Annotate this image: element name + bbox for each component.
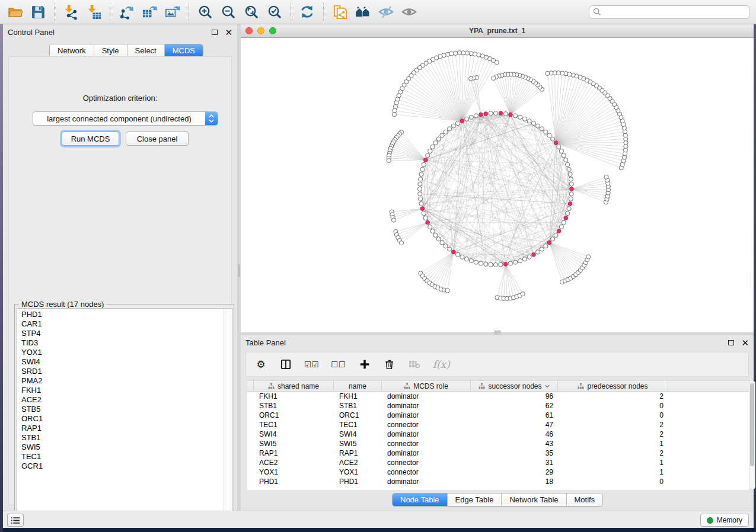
network-node[interactable] <box>444 130 448 134</box>
table-row[interactable]: SWI4SWI4dominator462 <box>247 430 749 439</box>
network-node[interactable] <box>461 51 465 55</box>
mcds-node[interactable] <box>420 207 425 211</box>
network-node[interactable] <box>503 111 508 116</box>
network-node[interactable] <box>392 113 396 117</box>
network-node[interactable] <box>569 177 573 181</box>
table-row[interactable]: ORC1ORC1dominator610 <box>247 411 749 420</box>
mcds-result-item[interactable]: RAP1 <box>17 424 223 433</box>
network-node[interactable] <box>430 145 435 149</box>
network-node[interactable] <box>604 175 608 179</box>
network-node[interactable] <box>492 76 496 80</box>
mcds-node[interactable] <box>479 113 483 117</box>
mcds-node[interactable] <box>503 262 508 267</box>
mcds-result-item[interactable]: STB5 <box>17 405 223 414</box>
mcds-result-item[interactable]: FKH1 <box>17 386 223 395</box>
mcds-result-item[interactable]: PHD1 <box>17 310 223 319</box>
function-builder-icon[interactable]: f(x) <box>433 357 450 371</box>
network-node[interactable] <box>457 51 461 55</box>
table-row[interactable]: YOX1YOX1connector291 <box>247 467 749 477</box>
tab-node-table[interactable]: Node Table <box>393 493 448 506</box>
memory-button[interactable]: Memory <box>700 514 749 527</box>
column-header-name[interactable]: name <box>334 381 382 391</box>
run-mcds-button[interactable]: Run MCDS <box>62 132 119 146</box>
network-node[interactable] <box>422 162 426 166</box>
network-node[interactable] <box>464 257 468 261</box>
zoom-out-icon[interactable] <box>219 3 237 21</box>
network-node[interactable] <box>521 292 525 296</box>
select-all-columns-icon[interactable]: ☑☑ <box>304 357 319 371</box>
network-node[interactable] <box>567 207 571 211</box>
optimization-criterion-select[interactable]: largest connected component (undirected) <box>33 111 218 126</box>
network-node[interactable] <box>393 105 397 109</box>
delete-columns-icon[interactable] <box>383 357 396 371</box>
network-node[interactable] <box>418 177 422 181</box>
export-network-icon[interactable] <box>117 3 135 21</box>
network-node[interactable] <box>464 117 468 121</box>
network-node[interactable] <box>449 52 454 56</box>
network-node[interactable] <box>422 211 426 216</box>
network-node[interactable] <box>473 52 477 56</box>
network-node[interactable] <box>562 153 566 158</box>
network-node[interactable] <box>522 257 527 261</box>
mcds-node[interactable] <box>554 141 558 145</box>
network-node[interactable] <box>433 140 438 145</box>
mcds-node[interactable] <box>557 229 561 233</box>
network-node[interactable] <box>394 101 398 105</box>
tab-network[interactable]: Network <box>50 44 94 57</box>
network-node[interactable] <box>465 51 469 55</box>
tab-select[interactable]: Select <box>127 44 165 57</box>
network-node[interactable] <box>436 237 441 241</box>
refresh-view-icon[interactable] <box>298 3 316 21</box>
mcds-result-item[interactable]: GCR1 <box>17 462 223 471</box>
add-column-icon[interactable] <box>358 357 371 371</box>
network-node[interactable] <box>559 149 563 153</box>
network-node[interactable] <box>469 259 473 263</box>
network-node[interactable] <box>567 167 571 171</box>
network-node[interactable] <box>527 119 531 123</box>
network-node[interactable] <box>536 124 540 128</box>
mcds-result-item[interactable]: YOX1 <box>17 348 223 357</box>
network-node[interactable] <box>433 233 438 237</box>
zoom-in-icon[interactable] <box>196 3 214 21</box>
network-node[interactable] <box>559 225 563 229</box>
network-node[interactable] <box>479 261 483 265</box>
table-row[interactable]: SWI5SWI5connector431 <box>247 439 749 448</box>
network-canvas[interactable] <box>241 38 754 332</box>
network-node[interactable] <box>499 262 503 267</box>
mcds-node[interactable] <box>484 112 488 116</box>
network-node[interactable] <box>451 124 455 128</box>
mcds-result-item[interactable]: SWI4 <box>17 357 223 367</box>
network-node[interactable] <box>489 111 493 116</box>
scrollbar-thumb[interactable] <box>750 383 754 466</box>
open-file-icon[interactable] <box>6 3 24 21</box>
mcds-result-item[interactable]: SWI5 <box>17 443 223 452</box>
search-input[interactable] <box>589 5 750 19</box>
mcds-list-scrollbar[interactable] <box>224 309 232 522</box>
network-node[interactable] <box>566 211 570 216</box>
network-node[interactable] <box>447 247 451 251</box>
network-node[interactable] <box>387 158 391 162</box>
table-row[interactable]: TEC1TEC1connector472 <box>247 420 749 430</box>
float-panel-icon[interactable] <box>728 340 734 345</box>
network-node[interactable] <box>420 167 425 171</box>
network-node[interactable] <box>569 197 573 201</box>
delete-table-icon[interactable] <box>408 357 421 371</box>
network-node[interactable] <box>493 262 497 267</box>
mcds-node[interactable] <box>532 252 536 257</box>
mcds-result-item[interactable]: STP4 <box>17 329 223 338</box>
network-node[interactable] <box>460 255 464 259</box>
network-node[interactable] <box>436 137 441 141</box>
mcds-result-item[interactable]: ORC1 <box>17 414 223 424</box>
mcds-node[interactable] <box>423 158 428 162</box>
network-node[interactable] <box>518 115 522 119</box>
mcds-result-item[interactable]: STB1 <box>17 433 223 443</box>
table-row[interactable]: ACE2ACE2connector311 <box>247 458 749 467</box>
network-node[interactable] <box>569 182 573 186</box>
network-node[interactable] <box>418 192 422 196</box>
network-node[interactable] <box>513 260 518 264</box>
mcds-node[interactable] <box>570 187 574 191</box>
mcds-node[interactable] <box>564 216 568 220</box>
settings-gear-icon[interactable]: ⚙ <box>254 357 267 371</box>
network-node[interactable] <box>474 260 478 264</box>
tab-mcds[interactable]: MCDS <box>165 44 203 57</box>
